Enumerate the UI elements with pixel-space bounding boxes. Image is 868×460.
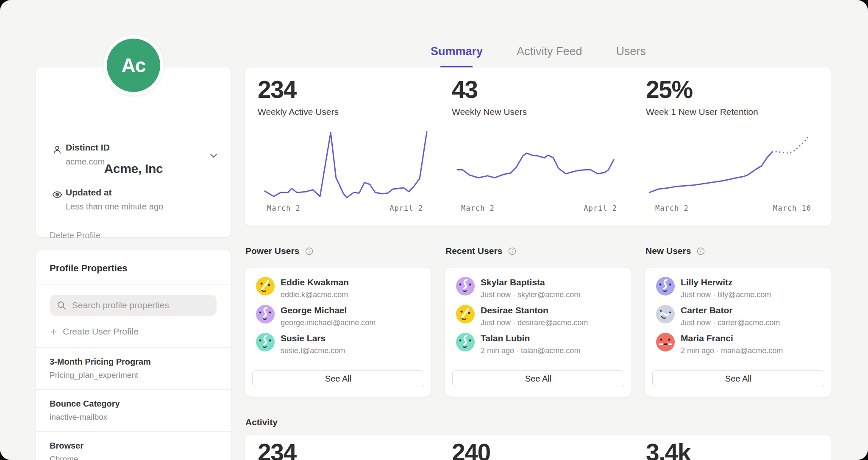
user-list-item[interactable]: Skylar Baptista Just now · skyler@acme.c… [456,277,632,305]
see-all-button[interactable]: See All [652,370,824,387]
property-row[interactable]: 3-Month Pricing Program Pricing_plan_exp… [36,347,231,389]
distinct-id-value: acme.com [66,157,217,167]
see-all-button[interactable]: See All [252,370,424,387]
user-subtext: eddie.k@acme.com [281,290,349,299]
weekly-new-users-value: 43 [452,78,630,102]
user-name: George Michael [281,305,376,315]
search-profile-properties-input[interactable] [50,295,217,316]
updated-at-row: Updated at Less than one minute ago [36,177,231,222]
property-value: Chrome [50,454,217,460]
property-label: 3-Month Pricing Program [50,357,217,367]
user-name: Maria Franci [681,333,783,343]
user-avatar [456,333,475,351]
info-icon[interactable] [696,247,705,256]
user-list-item[interactable]: Eddie Kwakman eddie.k@acme.com [256,277,431,305]
x-axis-start-label: March 2 [461,204,495,212]
user-avatar [656,305,675,323]
plus-icon: + [50,327,57,336]
user-subtext: Just now · skyler@acme.com [481,290,580,299]
weekly-active-users-value: 234 [258,78,436,102]
tab-activity-feed[interactable]: Activity Feed [516,43,583,64]
activity-stats-card: 234 240 3.4k [245,435,832,460]
user-list-item[interactable]: Lilly Herwitz Just now · lilly@acme.com [656,277,832,305]
x-axis-start-label: March 2 [267,204,300,212]
distinct-id-label: Distinct ID [66,142,217,153]
weekly-active-users-chart [258,131,436,200]
new-users-card: Lilly Herwitz Just now · lilly@acme.com … [645,268,832,397]
updated-at-label: Updated at [66,187,217,198]
user-subtext: susie.l@acme.com [281,346,345,355]
company-avatar-initials: Ac [107,39,160,92]
activity-stat-value: 234 [258,440,436,460]
x-axis-start-label: March 2 [655,204,689,212]
user-name: Skylar Baptista [481,277,580,287]
company-avatar: Ac [103,35,164,95]
recent-users-card: Skylar Baptista Just now · skyler@acme.c… [445,268,632,397]
user-avatar [456,277,475,296]
user-subtext: 2 min ago · maria@acme.com [681,346,783,355]
power-users-header: Power Users [245,246,432,256]
user-subtext: george.michael@acme.com [281,318,376,327]
property-label: Bounce Category [50,399,217,409]
eye-icon [52,189,63,200]
activity-section-title: Activity [245,417,278,427]
user-avatar [256,333,275,351]
tab-summary[interactable]: Summary [430,43,484,64]
property-row[interactable]: Bounce Category inactive-mailbox [36,389,231,431]
x-axis-end-label: April 2 [584,204,617,212]
profile-properties-title: Profile Properties [36,250,231,284]
property-row[interactable]: Browser Chrome [36,431,231,460]
user-name: Susie Lars [281,333,345,343]
activity-stat-value: 3.4k [646,440,824,460]
weekly-new-users-chart [452,131,630,200]
user-list-item[interactable]: Carter Bator Just now · carter@acme.com [656,305,832,333]
new-users-header: New Users [645,246,832,256]
user-name: Talan Lubin [481,333,580,343]
user-avatar [256,277,275,296]
property-value: Pricing_plan_experiment [50,371,217,380]
chevron-down-icon[interactable] [209,151,218,160]
user-list-item[interactable]: Susie Lars susie.l@acme.com [256,333,431,361]
profile-properties-card: Profile Properties + Create User Profile… [36,250,231,460]
info-icon[interactable] [508,247,517,256]
user-list-item[interactable]: Desirae Stanton Just now · desirare@acme… [456,305,632,333]
user-name: Lilly Herwitz [681,277,771,287]
profile-tabs: Summary Activity Feed Users [245,43,832,64]
user-avatar [656,333,675,351]
user-avatar [456,305,475,323]
divider [36,284,231,284]
weekly-new-users-label: Weekly New Users [452,107,630,117]
user-avatar [656,277,675,296]
user-list-item[interactable]: George Michael george.michael@acme.com [256,305,431,333]
power-users-card: Eddie Kwakman eddie.k@acme.com George Mi… [245,268,431,397]
user-name: Carter Bator [681,305,780,315]
retention-chart [646,131,824,200]
user-subtext: Just now · lilly@acme.com [681,290,771,299]
user-list-item[interactable]: Talan Lubin 2 min ago · talan@acme.com [456,333,632,361]
delete-profile-button[interactable]: Delete Profile [36,222,231,249]
create-user-profile-label: Create User Profile [63,326,139,337]
create-user-profile-button[interactable]: + Create User Profile [50,326,231,347]
activity-stat-value: 240 [452,440,630,460]
distinct-id-row: Distinct ID acme.com [36,132,231,177]
recent-users-header: Recent Users [445,246,632,256]
retention-value: 25% [646,78,824,102]
user-subtext: Just now · carter@acme.com [681,318,780,327]
property-label: Browser [50,441,217,451]
see-all-button[interactable]: See All [452,370,624,387]
person-icon [52,144,63,155]
weekly-active-users-label: Weekly Active Users [258,107,436,117]
user-name: Desirae Stanton [481,305,588,315]
user-list-item[interactable]: Maria Franci 2 min ago · maria@acme.com [656,333,832,361]
tab-users[interactable]: Users [615,43,647,64]
user-name: Eddie Kwakman [281,277,349,287]
retention-label: Week 1 New User Retention [646,107,824,117]
x-axis-end-label: April 2 [389,204,423,212]
info-icon[interactable] [305,247,314,256]
user-subtext: 2 min ago · talan@acme.com [481,346,580,355]
updated-at-value: Less than one minute ago [66,202,217,212]
x-axis-end-label: March 10 [773,204,811,212]
user-avatar [256,305,275,323]
company-profile-page: Ac Acme, Inc Distinct ID acme.com [0,0,868,460]
property-value: inactive-mailbox [50,413,217,422]
